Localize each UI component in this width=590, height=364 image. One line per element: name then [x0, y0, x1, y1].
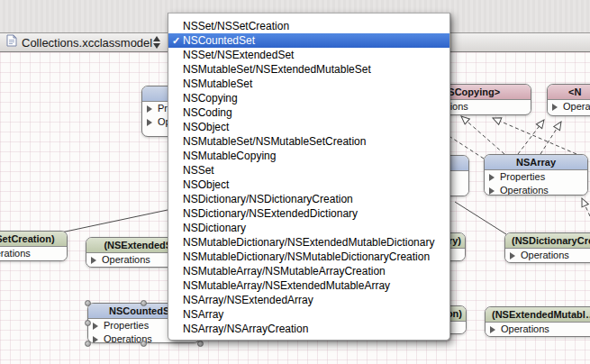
nsextended-mutable-protocol-row-operations[interactable]: Operations [486, 323, 590, 336]
menu-item-nsdictionary[interactable]: NSDictionary [168, 221, 449, 235]
menu-item-nsarray-nsarraycreation[interactable]: NSArray/NSArrayCreation [168, 322, 449, 336]
menu-item-nsdictionary-nsextendeddictionary[interactable]: NSDictionary/NSExtendedDictionary [168, 206, 449, 221]
disclosure-triangle-icon[interactable] [552, 104, 558, 111]
row-label: Operations [500, 185, 549, 196]
protocol-top-right-title: <N [548, 85, 590, 100]
nsarray-class-row-operations[interactable]: Operations [485, 184, 587, 196]
disclosure-triangle-icon[interactable] [489, 174, 495, 181]
nsextended-mutable-protocol-box[interactable]: (NSExtendedMutabl…Operations [485, 306, 590, 337]
menu-item-label: NSObject [183, 121, 229, 133]
checkmark-icon: ✓ [172, 33, 180, 48]
menu-item-label: NSSet/NSSetCreation [183, 20, 289, 32]
menu-item-nsarray[interactable]: NSArray [168, 307, 449, 322]
menu-item-label: NSDictionary/NSExtendedDictionary [183, 207, 358, 220]
selection-handle[interactable] [85, 341, 91, 347]
selection-handle[interactable] [85, 300, 91, 306]
nsarray-class-title: NSArray [485, 155, 587, 170]
menu-item-label: NSArray [183, 308, 223, 321]
menu-item-label: NSDictionary [183, 222, 246, 234]
file-popup-button[interactable]: Collections.xcclassmodel [0, 33, 152, 51]
open-arrowhead-icon [578, 196, 588, 206]
menu-item-label: NSMutableDictionary/NSExtendedMutableDic… [183, 236, 434, 249]
row-label: Properties [500, 171, 545, 182]
disclosure-triangle-icon[interactable] [93, 336, 98, 343]
relationship-line [455, 202, 506, 234]
nsdictionary-creation-protocol-box[interactable]: (NSDictionaryCreationOperations [504, 232, 590, 263]
nsset-creation-protocol-title: (NSSetCreation) [0, 232, 67, 247]
menu-item-nsset-nssetcreation[interactable]: NSSet/NSSetCreation [168, 19, 449, 33]
menu-item-label: NSMutableCopying [183, 150, 276, 162]
menu-item-label: NSDictionary/NSDictionaryCreation [183, 193, 353, 205]
nsset-creation-protocol-box[interactable]: (NSSetCreation)Operations [0, 231, 68, 261]
disclosure-triangle-icon[interactable] [510, 252, 515, 259]
menu-item-nsmutablearray-nsextendedmutablearray[interactable]: NSMutableArray/NSExtendedMutableArray [168, 278, 449, 293]
nsdictionary-creation-protocol-title: (NSDictionaryCreation [505, 233, 590, 249]
nsset-creation-protocol-row-operations[interactable]: Operations [0, 247, 67, 260]
relationship-line [61, 210, 168, 232]
selection-handle[interactable] [141, 300, 147, 306]
menu-item-label: NSSet [183, 164, 214, 177]
disclosure-triangle-icon[interactable] [93, 323, 98, 330]
disclosure-triangle-icon[interactable] [91, 257, 96, 264]
popup-stepper-icon[interactable] [151, 35, 161, 50]
element-popup-menu: NSSet/NSSetCreation✓NSCountedSetNSSet/NS… [168, 13, 450, 341]
menu-item-nsmutablearray-nsmutablearraycreation[interactable]: NSMutableArray/NSMutableArrayCreation [168, 264, 449, 278]
conformance-line [493, 118, 576, 154]
disclosure-triangle-icon[interactable] [147, 105, 152, 113]
menu-item-nsmutabledictionary-nsextendedmutabledictionary[interactable]: NSMutableDictionary/NSExtendedMutableDic… [168, 235, 449, 250]
menu-item-label: NSObject [183, 178, 229, 191]
menu-item-label: NSSet/NSExtendedSet [183, 49, 294, 61]
row-label: Properties [104, 320, 149, 331]
menu-item-label: NSMutableSet/NSExtendedMutableSet [183, 63, 371, 76]
stepper-down-arrow-icon [153, 43, 160, 49]
menu-item-nscopying[interactable]: NSCopying [168, 91, 449, 105]
disclosure-triangle-icon[interactable] [489, 187, 495, 195]
menu-item-nsmutableset-nsmutablesetcreation[interactable]: NSMutableSet/NSMutableSetCreation [168, 134, 449, 149]
menu-item-nsmutablecopying[interactable]: NSMutableCopying [168, 149, 449, 163]
menu-item-label: NSCopying [183, 92, 238, 105]
selection-handle[interactable] [197, 341, 204, 347]
menu-item-nsset-nsextendedset[interactable]: NSSet/NSExtendedSet [168, 48, 449, 62]
selection-handle[interactable] [85, 320, 91, 326]
menu-item-nsarray-nsextendedarray[interactable]: NSArray/NSExtendedArray [168, 293, 449, 307]
disclosure-triangle-icon[interactable] [147, 119, 152, 126]
row-label: Operations [501, 323, 549, 334]
row-label: Operations [563, 101, 590, 112]
xcode-class-model-window: Collections.xcclassmodel (NSSetCreation)… [0, 0, 590, 364]
nsarray-class-box[interactable]: NSArrayPropertiesOperations [484, 154, 588, 196]
open-arrowhead-icon [554, 120, 565, 131]
nsarray-class-row-properties[interactable]: Properties [485, 170, 587, 184]
menu-item-label: NSArray/NSExtendedArray [183, 294, 313, 306]
menu-item-label: NSMutableSet/NSMutableSetCreation [183, 135, 366, 148]
file-popup-label: Collections.xcclassmodel [22, 36, 152, 50]
row-label: Operations [521, 250, 569, 260]
menu-item-label: NSMutableDictionary/NSMutableDictionaryC… [183, 250, 430, 263]
menu-item-nsset[interactable]: NSSet [168, 163, 449, 177]
row-label: Operations [102, 254, 150, 265]
menu-item-label: NSMutableArray/NSExtendedMutableArray [183, 279, 390, 292]
menu-item-nscoding[interactable]: NSCoding [168, 105, 449, 120]
menu-item-label: NSMutableArray/NSMutableArrayCreation [183, 265, 386, 278]
menu-item-nsobject[interactable]: NSObject [168, 120, 449, 134]
nsdictionary-creation-protocol-row-operations[interactable]: Operations [505, 249, 590, 262]
menu-item-nsdictionary-nsdictionarycreation[interactable]: NSDictionary/NSDictionaryCreation [168, 192, 449, 206]
menu-item-label: NSMutableSet [183, 77, 252, 90]
menu-item-nsobject[interactable]: NSObject [168, 177, 449, 192]
menu-item-nsmutableset-nsextendedmutableset[interactable]: NSMutableSet/NSExtendedMutableSet [168, 62, 449, 77]
menu-item-nsmutableset[interactable]: NSMutableSet [168, 77, 449, 91]
nsextended-mutable-protocol-title: (NSExtendedMutabl… [486, 307, 590, 323]
selection-handle[interactable] [141, 341, 147, 347]
document-icon [6, 34, 17, 50]
menu-item-nscountedset[interactable]: ✓NSCountedSet [168, 33, 449, 48]
protocol-top-right-box[interactable]: <NOperations [547, 84, 590, 116]
stepper-up-arrow-icon [153, 36, 160, 41]
open-arrowhead-icon [536, 118, 547, 129]
row-label: Operations [0, 248, 31, 259]
open-arrowhead-icon [491, 114, 501, 124]
disclosure-triangle-icon[interactable] [490, 326, 495, 333]
menu-item-nsmutabledictionary-nsmutabledictionarycreation[interactable]: NSMutableDictionary/NSMutableDictionaryC… [168, 250, 449, 264]
menu-item-label: NSCountedSet [183, 34, 255, 47]
menu-item-label: NSCoding [183, 106, 232, 119]
protocol-top-right-row-operations[interactable]: Operations [548, 100, 590, 114]
menu-item-label: NSArray/NSArrayCreation [183, 323, 308, 335]
